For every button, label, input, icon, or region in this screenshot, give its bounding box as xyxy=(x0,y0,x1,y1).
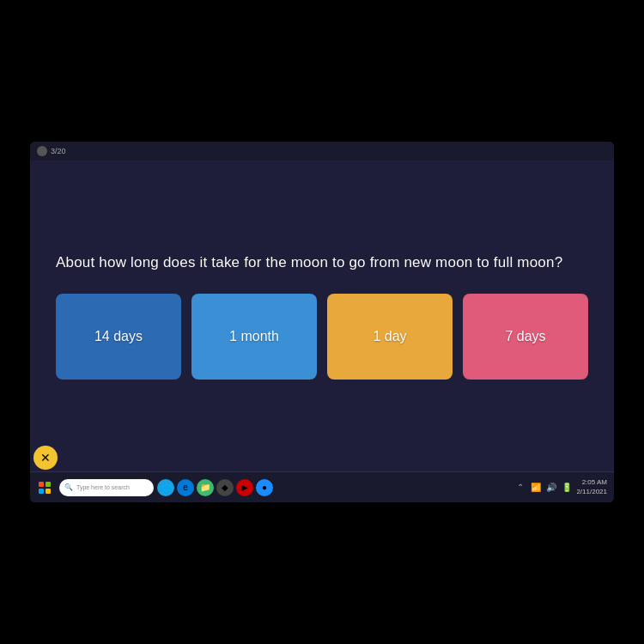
battery-icon: 🔋 xyxy=(561,482,573,494)
bottom-left-badge: ✕ xyxy=(33,446,58,470)
taskbar-dropbox-icon[interactable]: ◆ xyxy=(216,479,234,496)
windows-icon xyxy=(39,482,51,494)
answers-grid: 14 days1 month1 day7 days xyxy=(56,294,588,380)
answer-card-a1[interactable]: 14 days xyxy=(56,294,181,380)
answer-card-a2[interactable]: 1 month xyxy=(191,294,317,380)
screen: 3/20 About how long does it take for the… xyxy=(30,142,614,502)
answer-label-a4: 7 days xyxy=(505,329,545,344)
start-button[interactable] xyxy=(33,477,56,499)
answer-label-a1: 14 days xyxy=(94,329,143,344)
taskbar-edge-icon[interactable]: 🌐 xyxy=(157,479,174,496)
taskbar-app2-icon[interactable]: ● xyxy=(256,479,273,496)
progress-indicator: 3/20 xyxy=(51,147,66,155)
date-display: 2/11/2021 xyxy=(576,488,607,495)
answer-label-a3: 1 day xyxy=(373,329,406,344)
monitor: 3/20 About how long does it take for the… xyxy=(30,142,614,502)
top-bar-left: 3/20 xyxy=(37,146,66,156)
system-tray-icons: ⌃ xyxy=(514,482,526,494)
time-display: 2:05 AM xyxy=(582,478,607,486)
search-placeholder: Type here to search xyxy=(76,484,130,490)
top-bar: 3/20 xyxy=(30,142,614,161)
volume-icon: 🔊 xyxy=(545,482,557,494)
taskbar: 🔍 Type here to search 🌐 e 📁 ◆ ▶ ● ⌃ 📶 🔊 … xyxy=(30,471,614,502)
search-icon: 🔍 xyxy=(64,483,73,491)
taskbar-ie-icon[interactable]: e xyxy=(177,479,194,496)
taskbar-icons: 🌐 e 📁 ◆ ▶ ● xyxy=(157,479,273,496)
taskbar-search[interactable]: 🔍 Type here to search xyxy=(59,479,154,496)
answer-card-a3[interactable]: 1 day xyxy=(327,294,453,380)
taskbar-app1-icon[interactable]: ▶ xyxy=(236,479,253,496)
wifi-icon: 📶 xyxy=(530,482,542,494)
pause-icon xyxy=(37,146,47,156)
taskbar-folder-icon[interactable]: 📁 xyxy=(197,479,214,496)
taskbar-clock: 2:05 AM 2/11/2021 xyxy=(576,478,607,496)
question-area: About how long does it take for the moon… xyxy=(30,161,614,471)
answer-card-a4[interactable]: 7 days xyxy=(463,294,588,380)
question-text: About how long does it take for the moon… xyxy=(56,252,588,273)
taskbar-right: ⌃ 📶 🔊 🔋 2:05 AM 2/11/2021 xyxy=(514,478,611,496)
answer-label-a2: 1 month xyxy=(229,329,279,344)
